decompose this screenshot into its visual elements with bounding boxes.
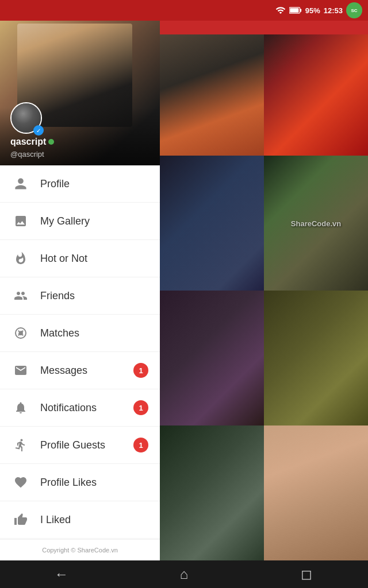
photo-cell-5[interactable] [160,291,264,425]
sidebar-item-friends[interactable]: Friends [0,277,160,315]
svg-rect-1 [290,8,298,13]
sidebar-item-matches-label: Matches [40,327,148,339]
sharecode-logo: SC [346,2,362,18]
photo-icon [12,212,30,230]
photo-cell-7[interactable] [160,425,264,560]
matches-icon [12,324,30,342]
photo-cell-4[interactable]: ShareCode.vn [264,156,368,291]
sidebar-item-notifications[interactable]: Notifications 1 [0,389,160,427]
sidebar-item-hot-or-not-label: Hot or Not [40,253,148,265]
sidebar-item-messages[interactable]: Messages 1 [0,352,160,389]
profile-handle: @qascript [10,150,44,158]
sidebar-item-upgrades[interactable]: Upgrades [0,539,160,539]
svg-rect-2 [300,9,301,11]
sidebar-item-profile-likes-label: Profile Likes [40,477,148,489]
back-button[interactable]: ← [44,560,79,588]
profile-header[interactable]: ✓ qascript @qascript [0,21,160,165]
photo-image-7 [160,425,264,560]
recents-button[interactable]: ◻ [289,560,324,588]
photo-image-8 [264,425,368,560]
photo-grid: ShareCode.vn [160,21,368,560]
sidebar-item-friends-label: Friends [40,290,148,302]
battery-percent: 95% [305,6,320,15]
time-display: 12:53 [324,6,343,15]
status-bar-right: 95% 12:53 SC [275,2,362,18]
photo-cell-8[interactable] [264,425,368,560]
copyright-text: Copyright © ShareCode.vn [0,539,160,560]
photo-cell-1[interactable] [160,21,264,156]
people-icon [12,287,30,305]
sidebar-item-gallery-label: My Gallery [40,215,148,227]
fire-icon [12,249,30,268]
person-icon [12,175,30,193]
main-layout: ✓ qascript @qascript Profile [0,21,368,560]
sidebar-item-profile-label: Profile [40,178,148,190]
sidebar-item-notifications-label: Notifications [40,402,133,414]
online-indicator [48,139,54,145]
messages-badge: 1 [133,363,148,378]
home-button[interactable]: ⌂ [167,560,201,588]
thumbsup-icon [12,510,30,529]
sidebar-item-profile-guests-label: Profile Guests [40,439,133,451]
sidebar-item-profile-likes[interactable]: Profile Likes [0,464,160,501]
mail-icon [12,361,30,380]
sidebar-item-profile-guests[interactable]: Profile Guests 1 [0,427,160,464]
photo-image-1 [160,21,264,156]
bell-icon [12,399,30,417]
notifications-badge: 1 [133,400,148,415]
photo-image-6 [264,291,368,425]
battery-icon [289,6,302,14]
sidebar-item-messages-label: Messages [40,365,133,377]
photo-cell-3[interactable] [160,156,264,291]
verified-badge: ✓ [33,125,44,136]
menu-list: Profile My Gallery Hot or Not [0,165,160,539]
profile-username: qascript [10,137,54,147]
status-bar: 95% 12:53 SC [0,0,368,21]
watermark-label: ShareCode.vn [291,219,341,227]
photo-image-2 [264,21,368,156]
sidebar-item-i-liked[interactable]: I Liked [0,501,160,539]
bottom-nav: ← ⌂ ◻ [0,560,368,588]
sidebar-item-profile[interactable]: Profile [0,165,160,203]
sidebar-item-i-liked-label: I Liked [40,514,148,526]
photo-image-5 [160,291,264,425]
photo-image-4: ShareCode.vn [264,156,368,291]
footprint-icon [12,436,30,454]
profile-guests-badge: 1 [133,438,148,452]
photo-cell-2[interactable] [264,21,368,156]
photo-cell-6[interactable] [264,291,368,425]
sidebar: ✓ qascript @qascript Profile [0,21,160,560]
sidebar-item-hot-or-not[interactable]: Hot or Not [0,240,160,277]
sidebar-item-matches[interactable]: Matches [0,315,160,352]
photo-image-3 [160,156,264,291]
wifi-icon [275,5,286,16]
sidebar-item-gallery[interactable]: My Gallery [0,203,160,240]
heart-icon [12,473,30,492]
